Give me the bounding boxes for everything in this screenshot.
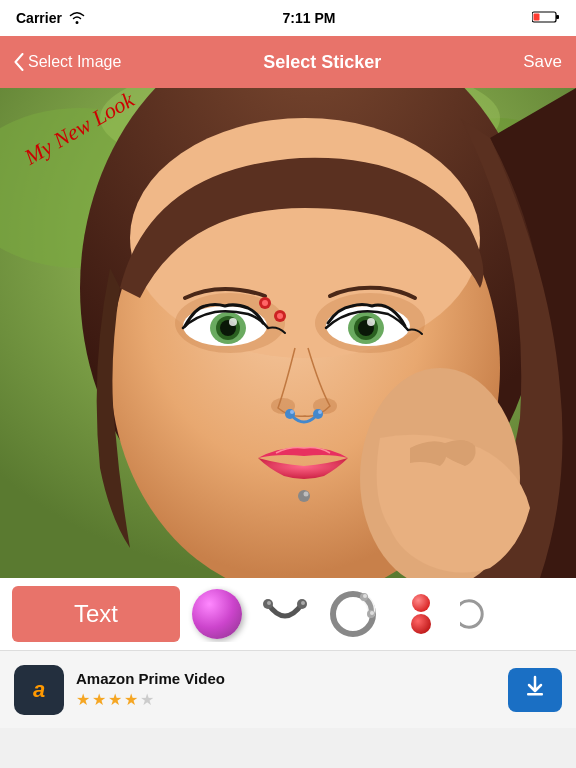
ad-banner: a Amazon Prime Video ★ ★ ★ ★ ★ bbox=[0, 650, 576, 728]
svg-point-38 bbox=[267, 601, 271, 605]
nav-title: Select Sticker bbox=[263, 52, 381, 73]
svg-point-30 bbox=[304, 492, 309, 497]
toolbar: Text bbox=[0, 578, 576, 650]
svg-rect-46 bbox=[527, 693, 543, 696]
save-button[interactable]: Save bbox=[523, 52, 562, 72]
back-button[interactable]: Select Image bbox=[14, 53, 121, 71]
svg-point-26 bbox=[313, 409, 323, 419]
ad-icon-text: a bbox=[33, 677, 45, 703]
svg-point-44 bbox=[370, 611, 374, 615]
ad-app-icon: a bbox=[14, 665, 64, 715]
carrier-label: Carrier bbox=[16, 10, 62, 26]
svg-point-39 bbox=[301, 601, 305, 605]
back-label: Select Image bbox=[28, 53, 121, 71]
svg-point-22 bbox=[367, 318, 375, 326]
svg-point-27 bbox=[290, 410, 294, 414]
star-4: ★ bbox=[124, 690, 138, 709]
ad-stars: ★ ★ ★ ★ ★ bbox=[76, 690, 496, 709]
sticker-ball[interactable] bbox=[188, 586, 246, 642]
main-image-area[interactable]: My New Look bbox=[0, 88, 576, 578]
svg-point-43 bbox=[363, 594, 367, 598]
berry-top bbox=[412, 594, 430, 612]
stickers-row bbox=[188, 586, 490, 642]
svg-point-25 bbox=[285, 409, 295, 419]
ball-sticker-visual bbox=[192, 589, 242, 639]
star-2: ★ bbox=[92, 690, 106, 709]
battery-icon bbox=[532, 10, 560, 27]
nav-bar: Select Image Select Sticker Save bbox=[0, 36, 576, 88]
text-button[interactable]: Text bbox=[12, 586, 180, 642]
berry-visual bbox=[411, 594, 431, 634]
sticker-curved-bar[interactable] bbox=[256, 586, 314, 642]
status-left: Carrier bbox=[16, 10, 86, 27]
berry-bottom bbox=[411, 614, 431, 634]
ad-download-button[interactable] bbox=[508, 668, 562, 712]
status-bar: Carrier 7:11 PM bbox=[0, 0, 576, 36]
svg-point-17 bbox=[229, 318, 237, 326]
download-icon bbox=[521, 673, 549, 706]
svg-rect-1 bbox=[556, 15, 559, 19]
svg-point-28 bbox=[318, 410, 322, 414]
svg-point-35 bbox=[277, 313, 283, 319]
star-5: ★ bbox=[140, 690, 154, 709]
sticker-partial[interactable] bbox=[460, 589, 490, 639]
ad-title: Amazon Prime Video bbox=[76, 670, 496, 687]
svg-rect-2 bbox=[534, 13, 540, 20]
sticker-berry[interactable] bbox=[392, 586, 450, 642]
star-1: ★ bbox=[76, 690, 90, 709]
ring-visual bbox=[328, 589, 378, 639]
wifi-icon bbox=[68, 10, 86, 27]
curved-bar-visual bbox=[260, 596, 310, 632]
ad-text-area: Amazon Prime Video ★ ★ ★ ★ ★ bbox=[76, 670, 496, 709]
status-time: 7:11 PM bbox=[283, 10, 336, 26]
svg-point-29 bbox=[298, 490, 310, 502]
partial-visual bbox=[460, 589, 490, 639]
svg-point-33 bbox=[262, 300, 268, 306]
svg-point-45 bbox=[460, 601, 482, 627]
status-right bbox=[532, 10, 560, 27]
sticker-ring[interactable] bbox=[324, 586, 382, 642]
star-3: ★ bbox=[108, 690, 122, 709]
